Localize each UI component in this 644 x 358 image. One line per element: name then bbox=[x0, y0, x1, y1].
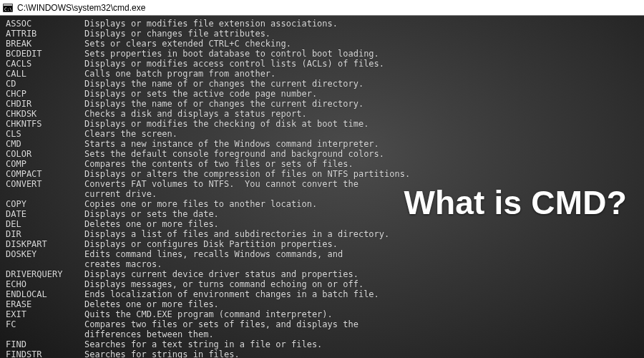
command-description: Sets or clears extended CTRL+C checking. bbox=[84, 39, 644, 49]
command-description: Displays current device driver status an… bbox=[84, 269, 644, 279]
command-row: CHCPDisplays or sets the active code pag… bbox=[6, 89, 644, 99]
command-row: ERASEDeletes one or more files. bbox=[6, 299, 644, 309]
command-description: Displays or changes file attributes. bbox=[84, 29, 644, 39]
command-name: CHKDSK bbox=[6, 109, 84, 119]
command-name: BCDEDIT bbox=[6, 49, 84, 59]
command-description: Displays or modifies access control list… bbox=[84, 59, 644, 69]
command-name: FIND bbox=[6, 339, 84, 349]
command-row: EXITQuits the CMD.EXE program (command i… bbox=[6, 309, 644, 319]
command-row: CACLSDisplays or modifies access control… bbox=[6, 59, 644, 69]
command-description: Displays a list of files and subdirector… bbox=[84, 229, 644, 239]
command-name-blank bbox=[6, 189, 84, 199]
terminal-area[interactable]: ASSOCDisplays or modifies file extension… bbox=[0, 16, 644, 358]
command-row: CHKNTFSDisplays or modifies the checking… bbox=[6, 119, 644, 129]
command-row: DIRDisplays a list of files and subdirec… bbox=[6, 229, 644, 239]
command-row: CHKDSKChecks a disk and displays a statu… bbox=[6, 109, 644, 119]
cmd-window: C:\ C:\WINDOWS\system32\cmd.exe ASSOCDis… bbox=[0, 0, 644, 358]
command-name: DIR bbox=[6, 229, 84, 239]
command-description: Displays or modifies file extension asso… bbox=[84, 19, 644, 29]
command-name: CALL bbox=[6, 69, 84, 79]
command-name: COLOR bbox=[6, 149, 84, 159]
cmd-icon: C:\ bbox=[3, 4, 13, 12]
command-name: CHDIR bbox=[6, 99, 84, 109]
command-description: Deletes one or more files. bbox=[84, 299, 644, 309]
command-name: COMPACT bbox=[6, 169, 84, 179]
command-description: Displays or modifies the checking of dis… bbox=[84, 119, 644, 129]
command-name: ENDLOCAL bbox=[6, 289, 84, 299]
svg-text:C:\: C:\ bbox=[4, 6, 12, 11]
command-description: Calls one batch program from another. bbox=[84, 69, 644, 79]
command-row: CMDStarts a new instance of the Windows … bbox=[6, 139, 644, 149]
command-row: BREAKSets or clears extended CTRL+C chec… bbox=[6, 39, 644, 49]
command-row: DRIVERQUERYDisplays current device drive… bbox=[6, 269, 644, 279]
command-row-continuation: differences between them. bbox=[6, 329, 644, 339]
command-name: DISKPART bbox=[6, 239, 84, 249]
command-name: CMD bbox=[6, 139, 84, 149]
command-name-blank bbox=[6, 259, 84, 269]
command-row: CLSClears the screen. bbox=[6, 129, 644, 139]
command-name: EXIT bbox=[6, 309, 84, 319]
command-description: Checks a disk and displays a status repo… bbox=[84, 109, 644, 119]
svg-rect-1 bbox=[4, 4, 12, 6]
command-name: CLS bbox=[6, 129, 84, 139]
command-row: COMPCompares the contents of two files o… bbox=[6, 159, 644, 169]
command-name-blank bbox=[6, 329, 84, 339]
command-name: DATE bbox=[6, 209, 84, 219]
command-description: Compares the contents of two files or se… bbox=[84, 159, 644, 169]
command-row: DISKPARTDisplays or configures Disk Part… bbox=[6, 239, 644, 249]
command-name: CD bbox=[6, 79, 84, 89]
command-row: FCCompares two files or sets of files, a… bbox=[6, 319, 644, 329]
command-name: BREAK bbox=[6, 39, 84, 49]
command-row-continuation: creates macros. bbox=[6, 259, 644, 269]
command-description-continuation: differences between them. bbox=[84, 329, 644, 339]
command-description: Edits command lines, recalls Windows com… bbox=[84, 249, 644, 259]
command-description: Sets properties in boot database to cont… bbox=[84, 49, 644, 59]
command-description: Starts a new instance of the Windows com… bbox=[84, 139, 644, 149]
overlay-heading: What is CMD? bbox=[404, 183, 627, 222]
command-name: DRIVERQUERY bbox=[6, 269, 84, 279]
command-row: COMPACTDisplays or alters the compressio… bbox=[6, 169, 644, 179]
command-description-continuation: creates macros. bbox=[84, 259, 644, 269]
command-description: Searches for a text string in a file or … bbox=[84, 339, 644, 349]
command-description: Displays messages, or turns command echo… bbox=[84, 279, 644, 289]
command-name: DOSKEY bbox=[6, 249, 84, 259]
command-name: FC bbox=[6, 319, 84, 329]
command-row: CDDisplays the name of or changes the cu… bbox=[6, 79, 644, 89]
command-description: Searches for strings in files. bbox=[84, 349, 644, 358]
command-name: ASSOC bbox=[6, 19, 84, 29]
command-name: CONVERT bbox=[6, 179, 84, 189]
command-description: Displays or sets the active code page nu… bbox=[84, 89, 644, 99]
command-name: CHCP bbox=[6, 89, 84, 99]
command-row: ENDLOCALEnds localization of environment… bbox=[6, 289, 644, 299]
command-name: ECHO bbox=[6, 279, 84, 289]
command-row: ATTRIBDisplays or changes file attribute… bbox=[6, 29, 644, 39]
command-description: Displays the name of or changes the curr… bbox=[84, 99, 644, 109]
command-name: COMP bbox=[6, 159, 84, 169]
command-row: ECHODisplays messages, or turns command … bbox=[6, 279, 644, 289]
command-description: Quits the CMD.EXE program (command inter… bbox=[84, 309, 644, 319]
command-row: CALLCalls one batch program from another… bbox=[6, 69, 644, 79]
window-title: C:\WINDOWS\system32\cmd.exe bbox=[17, 3, 145, 13]
command-row: CHDIRDisplays the name of or changes the… bbox=[6, 99, 644, 109]
command-name: FINDSTR bbox=[6, 349, 84, 358]
command-row: FINDSTRSearches for strings in files. bbox=[6, 349, 644, 358]
command-row: COLORSets the default console foreground… bbox=[6, 149, 644, 159]
command-name: DEL bbox=[6, 219, 84, 229]
command-description: Displays or alters the compression of fi… bbox=[84, 169, 644, 179]
command-description: Compares two files or sets of files, and… bbox=[84, 319, 644, 329]
command-name: CACLS bbox=[6, 59, 84, 69]
command-row: FINDSearches for a text string in a file… bbox=[6, 339, 644, 349]
command-name: CHKNTFS bbox=[6, 119, 84, 129]
command-row: DOSKEYEdits command lines, recalls Windo… bbox=[6, 249, 644, 259]
command-row: BCDEDITSets properties in boot database … bbox=[6, 49, 644, 59]
command-description: Sets the default console foreground and … bbox=[84, 149, 644, 159]
command-row: ASSOCDisplays or modifies file extension… bbox=[6, 19, 644, 29]
command-description: Clears the screen. bbox=[84, 129, 644, 139]
command-name: ERASE bbox=[6, 299, 84, 309]
command-description: Displays the name of or changes the curr… bbox=[84, 79, 644, 89]
command-description: Ends localization of environment changes… bbox=[84, 289, 644, 299]
command-name: ATTRIB bbox=[6, 29, 84, 39]
command-name: COPY bbox=[6, 199, 84, 209]
command-description: Displays or configures Disk Partition pr… bbox=[84, 239, 644, 249]
titlebar[interactable]: C:\ C:\WINDOWS\system32\cmd.exe bbox=[0, 0, 644, 16]
